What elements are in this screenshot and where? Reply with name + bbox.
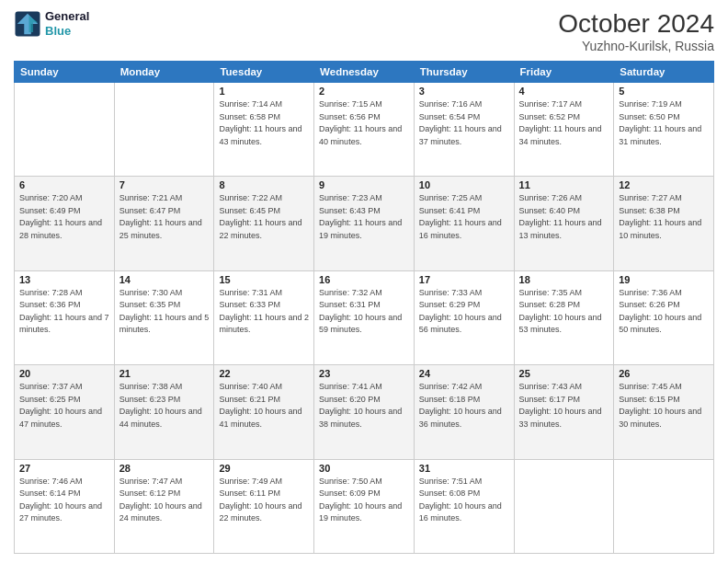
calendar-cell: 15Sunrise: 7:31 AMSunset: 6:33 PMDayligh… bbox=[214, 270, 314, 364]
day-info: Sunrise: 7:40 AMSunset: 6:21 PMDaylight:… bbox=[219, 381, 309, 431]
day-number: 8 bbox=[219, 179, 309, 190]
calendar-cell: 18Sunrise: 7:35 AMSunset: 6:28 PMDayligh… bbox=[514, 270, 614, 364]
calendar-cell bbox=[514, 459, 614, 553]
calendar-cell: 10Sunrise: 7:25 AMSunset: 6:41 PMDayligh… bbox=[414, 177, 514, 270]
day-number: 25 bbox=[519, 368, 609, 379]
day-info: Sunrise: 7:47 AMSunset: 6:12 PMDaylight:… bbox=[119, 476, 210, 525]
calendar-cell: 22Sunrise: 7:40 AMSunset: 6:21 PMDayligh… bbox=[214, 365, 314, 459]
calendar-cell: 23Sunrise: 7:41 AMSunset: 6:20 PMDayligh… bbox=[314, 365, 415, 459]
day-info: Sunrise: 7:15 AMSunset: 6:56 PMDaylight:… bbox=[319, 98, 409, 148]
calendar-cell: 7Sunrise: 7:21 AMSunset: 6:47 PMDaylight… bbox=[114, 177, 214, 270]
calendar-week-3: 13Sunrise: 7:28 AMSunset: 6:36 PMDayligh… bbox=[15, 270, 714, 364]
day-info: Sunrise: 7:30 AMSunset: 6:35 PMDaylight:… bbox=[119, 287, 210, 337]
calendar-cell: 20Sunrise: 7:37 AMSunset: 6:25 PMDayligh… bbox=[15, 365, 115, 459]
day-info: Sunrise: 7:21 AMSunset: 6:47 PMDaylight:… bbox=[119, 192, 210, 242]
day-number: 21 bbox=[119, 368, 210, 379]
title-area: October 2024 Yuzhno-Kurilsk, Russia bbox=[558, 9, 714, 53]
day-info: Sunrise: 7:37 AMSunset: 6:25 PMDaylight:… bbox=[19, 381, 109, 431]
day-number: 13 bbox=[19, 274, 109, 285]
calendar-cell: 3Sunrise: 7:16 AMSunset: 6:54 PMDaylight… bbox=[414, 83, 514, 177]
calendar-week-5: 27Sunrise: 7:46 AMSunset: 6:14 PMDayligh… bbox=[15, 459, 714, 553]
day-header-wednesday: Wednesday bbox=[314, 62, 415, 83]
day-info: Sunrise: 7:26 AMSunset: 6:40 PMDaylight:… bbox=[519, 192, 609, 242]
day-number: 9 bbox=[319, 179, 409, 190]
calendar-cell: 24Sunrise: 7:42 AMSunset: 6:18 PMDayligh… bbox=[414, 365, 514, 459]
day-info: Sunrise: 7:49 AMSunset: 6:11 PMDaylight:… bbox=[219, 476, 309, 525]
day-header-monday: Monday bbox=[114, 62, 214, 83]
day-info: Sunrise: 7:50 AMSunset: 6:09 PMDaylight:… bbox=[319, 476, 409, 525]
day-number: 18 bbox=[519, 274, 609, 285]
day-number: 12 bbox=[619, 179, 709, 190]
day-number: 24 bbox=[419, 368, 509, 379]
calendar-cell: 6Sunrise: 7:20 AMSunset: 6:49 PMDaylight… bbox=[15, 177, 115, 270]
day-info: Sunrise: 7:28 AMSunset: 6:36 PMDaylight:… bbox=[19, 287, 109, 337]
day-number: 7 bbox=[119, 179, 210, 190]
calendar-cell: 29Sunrise: 7:49 AMSunset: 6:11 PMDayligh… bbox=[214, 459, 314, 553]
day-header-friday: Friday bbox=[514, 62, 614, 83]
calendar-cell: 17Sunrise: 7:33 AMSunset: 6:29 PMDayligh… bbox=[414, 270, 514, 364]
day-info: Sunrise: 7:16 AMSunset: 6:54 PMDaylight:… bbox=[419, 98, 509, 148]
calendar-cell: 13Sunrise: 7:28 AMSunset: 6:36 PMDayligh… bbox=[15, 270, 115, 364]
day-number: 26 bbox=[619, 368, 709, 379]
day-number: 22 bbox=[219, 368, 309, 379]
day-info: Sunrise: 7:38 AMSunset: 6:23 PMDaylight:… bbox=[119, 381, 210, 431]
calendar-cell: 28Sunrise: 7:47 AMSunset: 6:12 PMDayligh… bbox=[114, 459, 214, 553]
day-number: 20 bbox=[19, 368, 109, 379]
calendar-cell: 2Sunrise: 7:15 AMSunset: 6:56 PMDaylight… bbox=[314, 83, 415, 177]
day-header-tuesday: Tuesday bbox=[214, 62, 314, 83]
day-info: Sunrise: 7:42 AMSunset: 6:18 PMDaylight:… bbox=[419, 381, 509, 431]
day-info: Sunrise: 7:14 AMSunset: 6:58 PMDaylight:… bbox=[219, 98, 309, 148]
calendar-cell: 9Sunrise: 7:23 AMSunset: 6:43 PMDaylight… bbox=[314, 177, 415, 270]
day-number: 2 bbox=[319, 86, 409, 97]
day-info: Sunrise: 7:41 AMSunset: 6:20 PMDaylight:… bbox=[319, 381, 409, 431]
calendar-cell: 12Sunrise: 7:27 AMSunset: 6:38 PMDayligh… bbox=[614, 177, 714, 270]
calendar-cell bbox=[15, 83, 115, 177]
calendar-table: SundayMondayTuesdayWednesdayThursdayFrid… bbox=[14, 61, 714, 554]
calendar-cell: 27Sunrise: 7:46 AMSunset: 6:14 PMDayligh… bbox=[15, 459, 115, 553]
day-number: 31 bbox=[419, 463, 509, 474]
day-info: Sunrise: 7:27 AMSunset: 6:38 PMDaylight:… bbox=[619, 192, 709, 242]
calendar-header-row: SundayMondayTuesdayWednesdayThursdayFrid… bbox=[15, 62, 714, 83]
logo-icon bbox=[14, 10, 41, 38]
day-number: 10 bbox=[419, 179, 509, 190]
logo: General Blue bbox=[14, 9, 89, 38]
day-header-thursday: Thursday bbox=[414, 62, 514, 83]
calendar-cell: 26Sunrise: 7:45 AMSunset: 6:15 PMDayligh… bbox=[614, 365, 714, 459]
day-number: 16 bbox=[319, 274, 409, 285]
day-number: 5 bbox=[619, 86, 709, 97]
day-info: Sunrise: 7:43 AMSunset: 6:17 PMDaylight:… bbox=[519, 381, 609, 431]
location: Yuzhno-Kurilsk, Russia bbox=[558, 39, 714, 53]
logo-text: General Blue bbox=[45, 9, 89, 38]
day-info: Sunrise: 7:31 AMSunset: 6:33 PMDaylight:… bbox=[219, 287, 309, 337]
calendar-cell: 31Sunrise: 7:51 AMSunset: 6:08 PMDayligh… bbox=[414, 459, 514, 553]
calendar-cell: 14Sunrise: 7:30 AMSunset: 6:35 PMDayligh… bbox=[114, 270, 214, 364]
calendar-cell: 4Sunrise: 7:17 AMSunset: 6:52 PMDaylight… bbox=[514, 83, 614, 177]
calendar-cell: 8Sunrise: 7:22 AMSunset: 6:45 PMDaylight… bbox=[214, 177, 314, 270]
calendar-cell: 21Sunrise: 7:38 AMSunset: 6:23 PMDayligh… bbox=[114, 365, 214, 459]
day-info: Sunrise: 7:35 AMSunset: 6:28 PMDaylight:… bbox=[519, 287, 609, 337]
calendar-cell: 5Sunrise: 7:19 AMSunset: 6:50 PMDaylight… bbox=[614, 83, 714, 177]
day-number: 3 bbox=[419, 86, 509, 97]
page: General Blue October 2024 Yuzhno-Kurilsk… bbox=[0, 0, 728, 563]
calendar-cell: 19Sunrise: 7:36 AMSunset: 6:26 PMDayligh… bbox=[614, 270, 714, 364]
calendar-cell bbox=[614, 459, 714, 553]
day-number: 15 bbox=[219, 274, 309, 285]
day-number: 23 bbox=[319, 368, 409, 379]
day-info: Sunrise: 7:23 AMSunset: 6:43 PMDaylight:… bbox=[319, 192, 409, 242]
day-info: Sunrise: 7:51 AMSunset: 6:08 PMDaylight:… bbox=[419, 476, 509, 525]
day-number: 17 bbox=[419, 274, 509, 285]
header: General Blue October 2024 Yuzhno-Kurilsk… bbox=[14, 9, 714, 53]
day-header-saturday: Saturday bbox=[614, 62, 714, 83]
calendar-cell: 30Sunrise: 7:50 AMSunset: 6:09 PMDayligh… bbox=[314, 459, 415, 553]
day-header-sunday: Sunday bbox=[15, 62, 115, 83]
month-title: October 2024 bbox=[558, 9, 714, 39]
calendar-week-1: 1Sunrise: 7:14 AMSunset: 6:58 PMDaylight… bbox=[15, 83, 714, 177]
calendar-cell bbox=[114, 83, 214, 177]
calendar-cell: 16Sunrise: 7:32 AMSunset: 6:31 PMDayligh… bbox=[314, 270, 415, 364]
calendar-cell: 11Sunrise: 7:26 AMSunset: 6:40 PMDayligh… bbox=[514, 177, 614, 270]
calendar-cell: 25Sunrise: 7:43 AMSunset: 6:17 PMDayligh… bbox=[514, 365, 614, 459]
day-number: 11 bbox=[519, 179, 609, 190]
day-number: 19 bbox=[619, 274, 709, 285]
day-number: 4 bbox=[519, 86, 609, 97]
day-number: 14 bbox=[119, 274, 210, 285]
